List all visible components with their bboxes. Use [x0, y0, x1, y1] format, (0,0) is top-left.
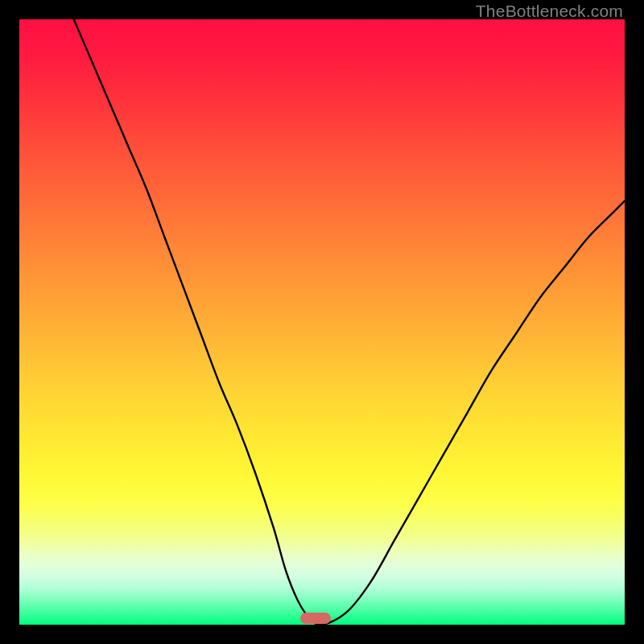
bottleneck-curve-path [74, 19, 625, 625]
plot-area [19, 19, 625, 625]
optimum-marker [300, 613, 331, 624]
chart-frame: TheBottleneck.com [0, 0, 644, 644]
curve-svg [19, 19, 625, 625]
attribution-label: TheBottleneck.com [476, 2, 623, 21]
